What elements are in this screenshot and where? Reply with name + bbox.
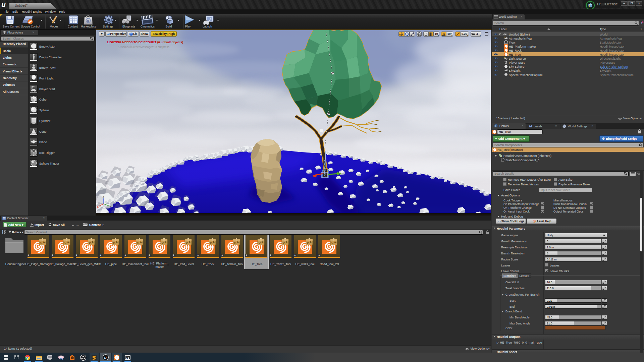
svg-text:7z: 7z	[126, 356, 129, 359]
svg-text:Y: Y	[110, 205, 112, 208]
svg-text:u: u	[1, 1, 6, 8]
svg-text:z: z	[103, 195, 104, 198]
svg-text:u: u	[87, 19, 89, 22]
svg-text:u: u	[104, 355, 107, 360]
svg-text:i: i	[495, 124, 496, 127]
